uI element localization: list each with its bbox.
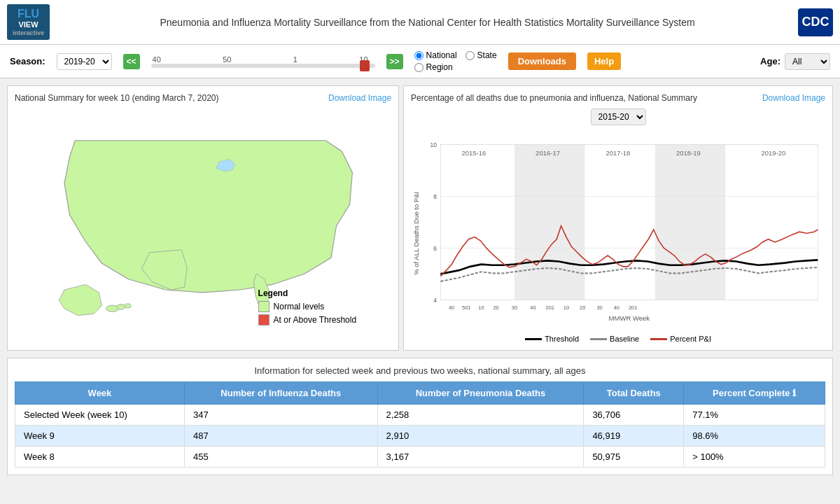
map-title: National Summary for week 10 (ending Mar… — [15, 93, 218, 103]
col-influenza: Number of Influenza Deaths — [184, 382, 377, 405]
slider-track[interactable] — [151, 64, 375, 68]
threshold-legend-label: Threshold — [545, 335, 579, 343]
row2-week: Week 9 — [15, 426, 185, 447]
season-band-2018-19 — [655, 145, 725, 300]
row1-pneumonia: 2,258 — [377, 405, 584, 426]
usa-map-container: Legend Normal levels At or Above Thresho… — [15, 108, 391, 332]
xtick-12: 201 — [629, 304, 637, 311]
col-percent: Percent Complete ℹ — [684, 382, 825, 405]
xtick-6: 40 — [530, 304, 536, 311]
threshold-color-box — [258, 314, 270, 326]
xtick-8: 10 — [564, 304, 569, 311]
table-info-title: Information for selected week and previo… — [15, 365, 825, 376]
legend-threshold: Threshold — [525, 335, 579, 343]
map-panel: National Summary for week 10 (ending Mar… — [7, 85, 399, 351]
summary-table: Week Number of Influenza Deaths Number o… — [15, 382, 825, 468]
season-band-2016-17 — [514, 145, 584, 300]
downloads-button[interactable]: Downloads — [508, 52, 576, 70]
season-label-2016-17: 2016-17 — [536, 149, 560, 157]
legend-pni: Percent P&I — [650, 335, 711, 343]
row1-total: 36,706 — [584, 405, 684, 426]
baseline-legend-label: Baseline — [610, 335, 639, 343]
chart-panel: Percentage of all deaths due to pneumoni… — [403, 85, 833, 351]
nav-back-button[interactable]: << — [123, 54, 140, 69]
xtick-9: 20 — [580, 304, 585, 311]
row1-percent: 77.1% — [684, 405, 825, 426]
us-main-shape — [64, 141, 352, 293]
row2-total: 46,919 — [584, 426, 684, 447]
row3-pneumonia: 3,167 — [377, 447, 584, 468]
season-label: Season: — [10, 56, 46, 66]
alaska — [59, 285, 102, 316]
header-row: Week Number of Influenza Deaths Number o… — [15, 382, 825, 405]
y-axis-label: % of ALL Deaths Due to P&I — [412, 192, 420, 275]
map-legend: Legend Normal levels At or Above Thresho… — [258, 288, 357, 326]
slider-thumb[interactable] — [360, 60, 370, 71]
legend-baseline: Baseline — [590, 335, 639, 343]
ytick-10: 10 — [430, 141, 438, 148]
season-label-2019-20: 2019-20 — [762, 149, 786, 157]
season-label-2018-19: 2018-19 — [676, 149, 701, 157]
x-axis-label: MMWR Week — [609, 314, 650, 322]
xtick-7: 201 — [546, 304, 554, 311]
ytick-4: 4 — [433, 297, 437, 304]
nav-forward-button[interactable]: >> — [386, 54, 403, 69]
ytick-6: 6 — [433, 245, 437, 252]
legend-row-threshold: At or Above Threshold — [258, 314, 357, 326]
region-radio-row: Region — [414, 62, 497, 72]
map-download-link[interactable]: Download Image — [328, 93, 391, 103]
chart-download-link[interactable]: Download Image — [762, 93, 825, 103]
national-radio[interactable] — [414, 51, 424, 60]
chart-title: Percentage of all deaths due to pneumoni… — [411, 93, 697, 103]
flu-logo: FLU VIEW interactive — [7, 4, 50, 40]
row3-total: 50,975 — [584, 447, 684, 468]
controls-bar: Season: 2019-20 2018-19 2017-18 2016-17 … — [0, 45, 840, 78]
region-radio[interactable] — [414, 63, 424, 72]
col-week: Week — [15, 382, 185, 405]
slider-tick-labels: 40 50 1 10 — [151, 55, 375, 64]
baseline-legend-line — [590, 338, 607, 340]
xtick-5: 30 — [512, 304, 517, 311]
region-label: Region — [426, 62, 453, 72]
top-bar: FLU VIEW interactive Pneumonia and Influ… — [0, 0, 840, 45]
age-select[interactable]: All 0-4 5-24 25-49 50-64 65+ — [785, 53, 830, 70]
hawaii2 — [117, 304, 125, 310]
table-body: Selected Week (week 10) 347 2,258 36,706… — [15, 405, 825, 468]
map-panel-header: National Summary for week 10 (ending Mar… — [15, 93, 391, 103]
row3-week: Week 8 — [15, 447, 185, 468]
national-radio-row: National State — [414, 50, 497, 60]
row2-percent: 98.6% — [684, 426, 825, 447]
state-radio[interactable] — [465, 51, 475, 60]
chart-panel-header: Percentage of all deaths due to pneumoni… — [411, 93, 825, 103]
season-label-2017-18: 2017-18 — [606, 149, 631, 157]
legend-row-normal: Normal levels — [258, 301, 357, 312]
ytick-8: 8 — [433, 193, 437, 200]
pni-legend-label: Percent P&I — [670, 335, 711, 343]
help-button[interactable]: Help — [587, 52, 621, 70]
threshold-label: At or Above Threshold — [274, 315, 357, 325]
page-title: Pneumonia and Influenza Mortality Survei… — [57, 17, 798, 28]
chart-bg — [440, 145, 818, 300]
season-label-2015-16: 2015-16 — [461, 149, 486, 157]
normal-color-box — [258, 301, 270, 312]
table-row: Selected Week (week 10) 347 2,258 36,706… — [15, 405, 825, 426]
age-group: Age: All 0-4 5-24 25-49 50-64 65+ — [760, 53, 830, 70]
xtick-4: 20 — [493, 304, 499, 311]
row2-pneumonia: 2,910 — [377, 426, 584, 447]
row3-influenza: 455 — [184, 447, 377, 468]
pni-legend-line — [650, 338, 667, 340]
row2-influenza: 487 — [184, 426, 377, 447]
national-label: National — [426, 50, 457, 60]
season-select[interactable]: 2019-20 2018-19 2017-18 2016-17 — [57, 53, 112, 70]
main-content: National Summary for week 10 (ending Mar… — [0, 78, 840, 358]
xtick-11: 40 — [614, 304, 620, 311]
chart-legend: Threshold Baseline Percent P&I — [411, 335, 825, 343]
col-total: Total Deaths — [584, 382, 684, 405]
row3-percent: > 100% — [684, 447, 825, 468]
age-label: Age: — [760, 56, 780, 66]
map-legend-title: Legend — [258, 288, 357, 298]
normal-label: Normal levels — [274, 302, 325, 312]
xtick-2: 501 — [462, 304, 470, 311]
chart-range-select[interactable]: 2015-20 2014-19 2013-18 — [591, 108, 646, 125]
state-label: State — [477, 50, 497, 60]
